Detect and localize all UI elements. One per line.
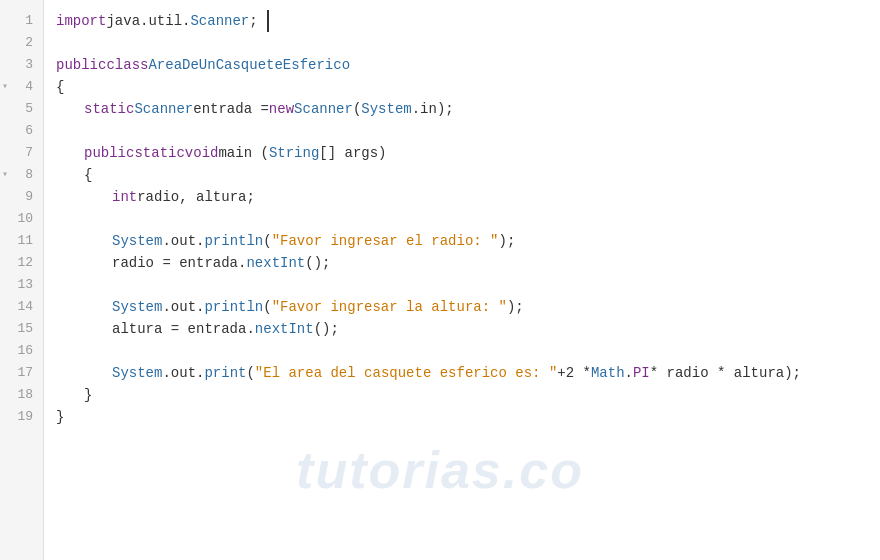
line-number: 14 <box>0 296 43 318</box>
plain-token: ( <box>246 362 254 384</box>
cls-token: String <box>269 142 319 164</box>
line-number: 19 <box>0 406 43 428</box>
line-number: 9 <box>0 186 43 208</box>
plain-token: . <box>625 362 633 384</box>
line-number: 18 <box>0 384 43 406</box>
line-number: 13 <box>0 274 43 296</box>
code-line: altura = entrada.nextInt(); <box>44 318 880 340</box>
cls-token: System <box>112 230 162 252</box>
code-line <box>44 32 880 54</box>
plain-token: .out. <box>162 296 204 318</box>
plain-token: ( <box>263 296 271 318</box>
line-number: ▾8 <box>0 164 43 186</box>
fn-token: nextInt <box>246 252 305 274</box>
line-number: 16 <box>0 340 43 362</box>
fold-arrow-icon[interactable]: ▾ <box>2 164 8 186</box>
fold-arrow-icon[interactable]: ▾ <box>2 76 8 98</box>
line-number: 1 <box>0 10 43 32</box>
cls-token: Scanner <box>134 98 193 120</box>
plain-token: ( <box>353 98 361 120</box>
pi-token: PI <box>633 362 650 384</box>
cls-token: System <box>112 296 162 318</box>
code-line: System.out.println("Favor ingresar el ra… <box>44 230 880 252</box>
code-line: import java.util.Scanner; <box>44 10 880 32</box>
kw-token: public <box>56 54 106 76</box>
code-line: static Scanner entrada = new Scanner(Sys… <box>44 98 880 120</box>
plain-token: altura = entrada. <box>112 318 255 340</box>
plain-token: * radio * altura); <box>650 362 801 384</box>
plain-token: } <box>84 384 92 406</box>
kw-token: int <box>112 186 137 208</box>
code-line: int radio, altura; <box>44 186 880 208</box>
plain-token: .in); <box>412 98 454 120</box>
code-line <box>44 208 880 230</box>
code-line: } <box>44 406 880 428</box>
line-numbers: 123▾4567▾8910111213141516171819 <box>0 0 44 560</box>
code-line: public static void main (String[] args) <box>44 142 880 164</box>
fn-token: println <box>204 230 263 252</box>
code-line: radio = entrada.nextInt(); <box>44 252 880 274</box>
plain-token: ); <box>507 296 524 318</box>
code-line <box>44 274 880 296</box>
line-number: 17 <box>0 362 43 384</box>
cls-token: Scanner <box>190 10 249 32</box>
plain-token: .out. <box>162 230 204 252</box>
code-line: System.out.println("Favor ingresar la al… <box>44 296 880 318</box>
plain-token: 2 * <box>566 362 591 384</box>
line-number: 6 <box>0 120 43 142</box>
kw-token: import <box>56 10 106 32</box>
kw-token: static <box>84 98 134 120</box>
plain-token: .out. <box>162 362 204 384</box>
plain-token: ( <box>263 230 271 252</box>
fn-token: println <box>204 296 263 318</box>
str-token: "Favor ingresar el radio: " <box>272 230 499 252</box>
kw-token: public <box>84 142 134 164</box>
plain-token: (); <box>305 252 330 274</box>
str-token: "El area del casquete esferico es: " <box>255 362 557 384</box>
plain-token: + <box>557 362 565 384</box>
code-line <box>44 120 880 142</box>
line-number: 7 <box>0 142 43 164</box>
code-line: { <box>44 164 880 186</box>
code-line: System.out.print("El area del casquete e… <box>44 362 880 384</box>
plain-token: radio, altura; <box>137 186 255 208</box>
plain-token: entrada = <box>193 98 269 120</box>
line-number: ▾4 <box>0 76 43 98</box>
plain-token: ; <box>249 10 257 32</box>
line-number: 12 <box>0 252 43 274</box>
code-line <box>44 340 880 362</box>
code-editor: 123▾4567▾8910111213141516171819 import j… <box>0 0 880 560</box>
plain-token: { <box>56 76 64 98</box>
line-number: 10 <box>0 208 43 230</box>
code-line: public class AreaDeUnCasqueteEsferico <box>44 54 880 76</box>
plain-token: { <box>84 164 92 186</box>
line-number: 2 <box>0 32 43 54</box>
cls-token: AreaDeUnCasqueteEsferico <box>148 54 350 76</box>
plain-token: } <box>56 406 64 428</box>
code-line: { <box>44 76 880 98</box>
cls-token: System <box>112 362 162 384</box>
line-number: 5 <box>0 98 43 120</box>
cls-token: Scanner <box>294 98 353 120</box>
str-token: "Favor ingresar la altura: " <box>272 296 507 318</box>
line-number: 11 <box>0 230 43 252</box>
text-cursor <box>259 10 269 32</box>
plain-token: radio = entrada. <box>112 252 246 274</box>
cls-token: Math <box>591 362 625 384</box>
line-number: 3 <box>0 54 43 76</box>
kw-token: new <box>269 98 294 120</box>
plain-token: [] args) <box>319 142 386 164</box>
plain-token: (); <box>314 318 339 340</box>
code-area[interactable]: import java.util.Scanner; public class A… <box>44 0 880 560</box>
kw-token: class <box>106 54 148 76</box>
kw-token: static <box>134 142 184 164</box>
fn-token: nextInt <box>255 318 314 340</box>
plain-token: java.util. <box>106 10 190 32</box>
kw-token: void <box>185 142 219 164</box>
plain-token: ); <box>499 230 516 252</box>
cls-token: System <box>361 98 411 120</box>
code-line: } <box>44 384 880 406</box>
fn-token: print <box>204 362 246 384</box>
line-number: 15 <box>0 318 43 340</box>
plain-token: main ( <box>218 142 268 164</box>
